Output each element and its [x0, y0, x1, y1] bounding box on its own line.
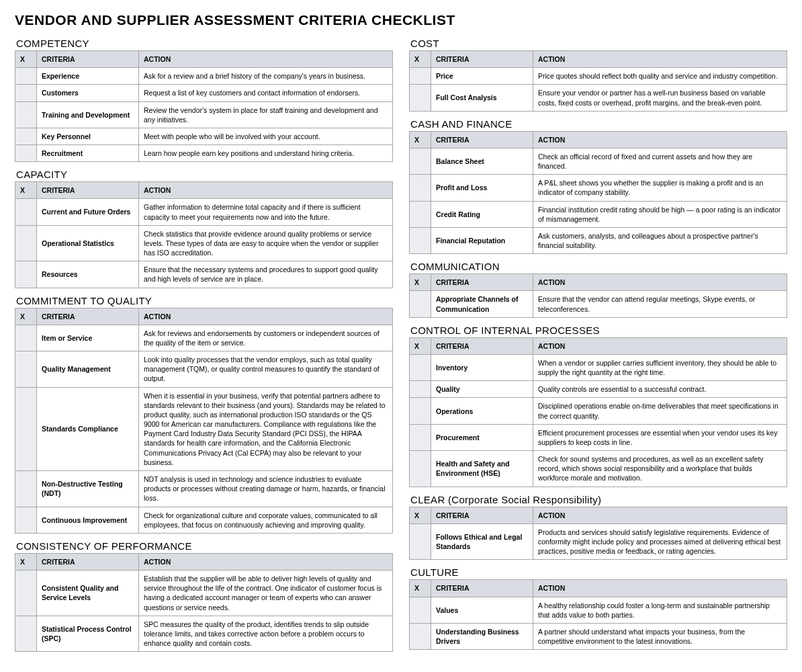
check-cell[interactable] — [410, 227, 431, 253]
table-row: Understanding Business DriversA partner … — [410, 623, 787, 649]
criteria-table: XCRITERIAACTIONConsistent Quality and Se… — [15, 553, 393, 652]
criteria-table: XCRITERIAACTIONItem or ServiceAsk for re… — [15, 308, 393, 534]
check-cell[interactable] — [15, 225, 37, 261]
col-header-x: X — [410, 51, 431, 68]
check-cell[interactable] — [410, 354, 431, 380]
columns-wrapper: COMPETENCYXCRITERIAACTIONExperienceAsk f… — [15, 31, 787, 652]
check-cell[interactable] — [410, 201, 431, 227]
col-header-criteria: CRITERIA — [431, 337, 533, 354]
section-title: COMMITMENT TO QUALITY — [16, 295, 393, 306]
check-cell[interactable] — [410, 291, 431, 317]
criteria-cell: Quality Management — [37, 351, 139, 388]
check-cell[interactable] — [410, 451, 431, 487]
table-row: OperationsDisciplined operations enable … — [410, 398, 787, 424]
criteria-table: XCRITERIAACTIONPricePrice quotes should … — [409, 50, 787, 112]
table-row: ExperienceAsk for a review and a brief h… — [15, 68, 393, 85]
criteria-table: XCRITERIAACTIONAppropriate Channels of C… — [409, 274, 787, 318]
check-cell[interactable] — [410, 175, 431, 201]
check-cell[interactable] — [15, 128, 37, 144]
check-cell[interactable] — [410, 398, 431, 424]
right-column: COSTXCRITERIAACTIONPricePrice quotes sho… — [409, 31, 787, 652]
left-column: COMPETENCYXCRITERIAACTIONExperienceAsk f… — [15, 31, 393, 652]
check-cell[interactable] — [410, 68, 431, 85]
action-cell: Look into quality processes that the ven… — [139, 351, 393, 388]
check-cell[interactable] — [15, 616, 37, 652]
check-cell[interactable] — [410, 623, 431, 649]
criteria-cell: Training and Development — [37, 101, 139, 128]
criteria-cell: Credit Rating — [431, 201, 533, 227]
check-cell[interactable] — [15, 199, 37, 225]
col-header-criteria: CRITERIA — [37, 182, 139, 199]
col-header-x: X — [15, 51, 37, 68]
table-row: Quality ManagementLook into quality proc… — [15, 351, 393, 388]
action-cell: Review the vendor's system in place for … — [139, 101, 393, 128]
criteria-cell: Values — [431, 597, 533, 623]
table-row: Follows Ethical and Legal StandardsProdu… — [410, 523, 787, 560]
criteria-cell: Inventory — [431, 354, 533, 380]
check-cell[interactable] — [410, 381, 431, 398]
criteria-cell: Experience — [37, 68, 139, 85]
col-header-action: ACTION — [139, 308, 393, 325]
check-cell[interactable] — [15, 101, 37, 128]
check-cell[interactable] — [15, 325, 37, 351]
col-header-criteria: CRITERIA — [37, 51, 139, 68]
col-header-action: ACTION — [139, 51, 393, 68]
check-cell[interactable] — [410, 148, 431, 174]
col-header-action: ACTION — [533, 337, 787, 354]
table-row: QualityQuality controls are essential to… — [410, 381, 787, 398]
action-cell: Quality controls are essential to a succ… — [533, 381, 787, 398]
check-cell[interactable] — [15, 68, 37, 85]
col-header-action: ACTION — [139, 553, 393, 570]
criteria-cell: Appropriate Channels of Communication — [431, 291, 533, 317]
col-header-criteria: CRITERIA — [431, 274, 533, 291]
check-cell[interactable] — [15, 387, 37, 470]
check-cell[interactable] — [410, 424, 431, 450]
table-row: Balance SheetCheck an official record of… — [410, 148, 787, 174]
action-cell: Ask for a review and a brief history of … — [139, 68, 393, 85]
check-cell[interactable] — [15, 351, 37, 388]
table-row: Financial ReputationAsk customers, analy… — [410, 227, 787, 253]
table-row: ProcurementEfficient procurement process… — [410, 424, 787, 450]
check-cell[interactable] — [15, 571, 37, 616]
section-title: COMPETENCY — [16, 38, 393, 49]
check-cell[interactable] — [15, 85, 37, 101]
check-cell[interactable] — [410, 523, 431, 560]
criteria-cell: Non-Destructive Testing (NDT) — [37, 470, 139, 507]
table-row: Full Cost AnalysisEnsure your vendor or … — [410, 85, 787, 111]
action-cell: Check for organizational culture and cor… — [139, 507, 393, 533]
check-cell[interactable] — [15, 507, 37, 533]
check-cell[interactable] — [410, 85, 431, 111]
criteria-cell: Understanding Business Drivers — [431, 623, 533, 649]
check-cell[interactable] — [15, 145, 37, 162]
criteria-cell: Operations — [431, 398, 533, 424]
table-row: Consistent Quality and Service LevelsEst… — [15, 571, 393, 616]
col-header-action: ACTION — [533, 274, 787, 291]
action-cell: Price quotes should reflect both quality… — [533, 68, 787, 85]
table-row: ResourcesEnsure that the necessary syste… — [15, 261, 393, 288]
action-cell: Request a list of key customers and cont… — [139, 85, 393, 101]
criteria-cell: Quality — [431, 381, 533, 398]
action-cell: A partner should understand what impacts… — [533, 623, 787, 649]
criteria-cell: Item or Service — [37, 325, 139, 351]
action-cell: Ask for reviews and endorsements by cust… — [139, 325, 393, 351]
table-row: Standards ComplianceWhen it is essential… — [15, 387, 393, 470]
criteria-cell: Resources — [37, 261, 139, 288]
check-cell[interactable] — [15, 261, 37, 288]
section-title: CASH AND FINANCE — [410, 118, 787, 130]
criteria-table: XCRITERIAACTIONCurrent and Future Orders… — [15, 181, 393, 288]
check-cell[interactable] — [410, 597, 431, 623]
table-row: InventoryWhen a vendor or supplier carri… — [410, 354, 787, 380]
criteria-cell: Continuous Improvement — [37, 507, 139, 533]
criteria-table: XCRITERIAACTIONBalance SheetCheck an off… — [409, 131, 787, 255]
section-title: CLEAR (Corporate Social Responsibility) — [410, 494, 787, 505]
col-header-criteria: CRITERIA — [37, 308, 139, 325]
col-header-x: X — [15, 308, 37, 325]
check-cell[interactable] — [15, 470, 37, 507]
action-cell: When a vendor or supplier carries suffic… — [533, 354, 787, 380]
criteria-cell: Profit and Loss — [431, 175, 533, 201]
criteria-cell: Recruitment — [37, 145, 139, 162]
col-header-criteria: CRITERIA — [431, 580, 533, 597]
criteria-table: XCRITERIAACTIONInventoryWhen a vendor or… — [409, 337, 787, 487]
col-header-criteria: CRITERIA — [431, 51, 533, 68]
table-row: Item or ServiceAsk for reviews and endor… — [15, 325, 393, 351]
